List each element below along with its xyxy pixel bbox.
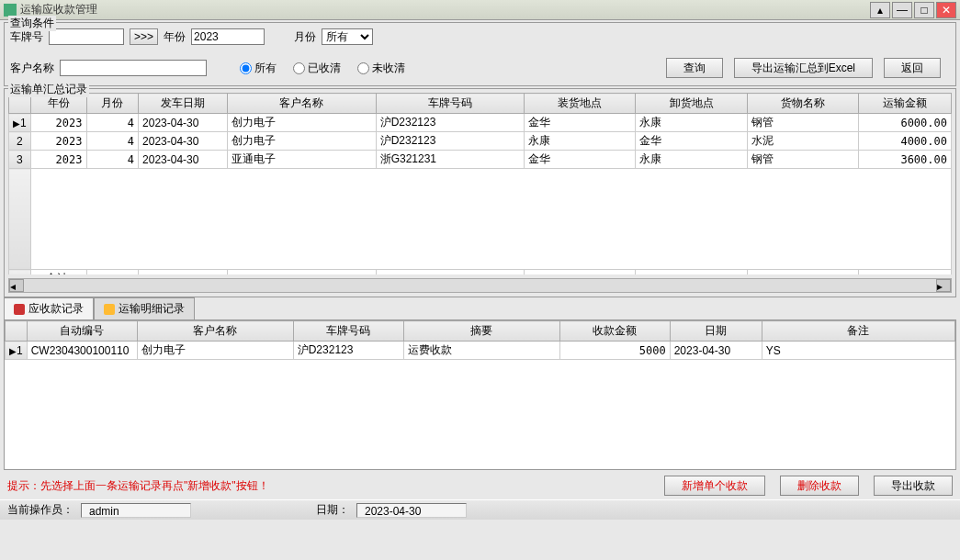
close-button[interactable]: ✕	[936, 2, 956, 18]
customer-label: 客户名称	[10, 61, 54, 76]
receivable-icon	[14, 304, 25, 315]
tab-receivable[interactable]: 应收款记录	[4, 297, 94, 319]
table-row[interactable]: 3 20234 2023-04-30亚通电子浙G321231 金华永康钢管 36…	[9, 151, 952, 169]
plate-input[interactable]	[49, 28, 124, 45]
plate-label: 车牌号	[10, 29, 43, 45]
hint-text: 提示：先选择上面一条运输记录再点"新增收款"按钮！	[7, 478, 649, 494]
add-receipt-button[interactable]: 新增单个收款	[664, 476, 765, 496]
customer-input[interactable]	[60, 60, 207, 76]
statusbar: 当前操作员： admin 日期： 2023-04-30	[0, 499, 960, 520]
summary-fieldset: 运输单汇总记录 年份 月份 发车日期 客户名称 车牌号码 装货地点 卸货地点 货…	[4, 88, 956, 297]
restore-up-button[interactable]: ▴	[870, 2, 890, 18]
window-title: 运输应收款管理	[20, 2, 868, 17]
summary-grid[interactable]: 年份 月份 发车日期 客户名称 车牌号码 装货地点 卸货地点 货物名称 运输金额…	[8, 93, 952, 274]
summary-legend: 运输单汇总记录	[8, 82, 89, 97]
scroll-left-button[interactable]: ◂	[9, 279, 24, 292]
total-row: 合计: 13600	[9, 270, 952, 275]
export-summary-button[interactable]: 导出运输汇总到Excel	[734, 58, 873, 78]
receivable-header-row: 自动编号 客户名称 车牌号码 摘要 收款金额 日期 备注	[6, 321, 955, 342]
operator-value: admin	[81, 503, 191, 518]
summary-header-row: 年份 月份 发车日期 客户名称 车牌号码 装货地点 卸货地点 货物名称 运输金额	[9, 94, 952, 114]
query-button[interactable]: 查询	[666, 58, 723, 78]
scroll-right-button[interactable]: ▸	[936, 279, 951, 292]
year-input[interactable]	[191, 28, 265, 45]
year-label: 年份	[164, 29, 186, 45]
minimize-button[interactable]: —	[892, 2, 912, 18]
table-row[interactable]: 2 20234 2023-04-30创力电子沪D232123 永康金华水泥 40…	[9, 132, 952, 151]
table-row[interactable]: ▶1 CW2304300100110创力电子沪D232123 运费收款5000 …	[6, 342, 955, 360]
query-legend: 查询条件	[8, 16, 56, 31]
date-label: 日期：	[316, 502, 349, 518]
query-fieldset: 查询条件 车牌号 >>> 年份 月份 所有 客户名称 所有 已收清 未收清 查询…	[4, 22, 956, 86]
month-label: 月份	[294, 29, 316, 45]
radio-cleared[interactable]: 已收清	[293, 61, 341, 76]
back-button[interactable]: 返回	[884, 58, 941, 78]
action-bar: 提示：先选择上面一条运输记录再点"新增收款"按钮！ 新增单个收款 删除收款 导出…	[0, 472, 960, 499]
export-receipt-button[interactable]: 导出收款	[874, 476, 953, 496]
detail-tabs: 应收款记录 运输明细记录 自动编号 客户名称 车牌号码 摘要 收款金额 日期 备…	[4, 299, 956, 470]
radio-all[interactable]: 所有	[240, 61, 277, 76]
month-select[interactable]: 所有	[322, 28, 373, 45]
date-value: 2023-04-30	[356, 503, 467, 518]
tab-transport-detail[interactable]: 运输明细记录	[94, 297, 195, 319]
table-row[interactable]: ▶1 20234 2023-04-30创力电子沪D232123 金华永康钢管 6…	[9, 114, 952, 132]
summary-hscroll[interactable]: ◂ ▸	[8, 278, 952, 293]
maximize-button[interactable]: □	[914, 2, 934, 18]
radio-uncleared[interactable]: 未收清	[357, 61, 405, 76]
delete-receipt-button[interactable]: 删除收款	[780, 476, 859, 496]
app-icon	[4, 4, 17, 17]
detail-icon	[104, 304, 115, 315]
titlebar: 运输应收款管理 ▴ — □ ✕	[0, 0, 960, 20]
status-radio-group: 所有 已收清 未收清	[240, 61, 405, 76]
receivable-grid[interactable]: 自动编号 客户名称 车牌号码 摘要 收款金额 日期 备注 ▶1 CW230430…	[4, 319, 956, 470]
plate-lookup-button[interactable]: >>>	[130, 28, 158, 45]
operator-label: 当前操作员：	[7, 502, 73, 518]
